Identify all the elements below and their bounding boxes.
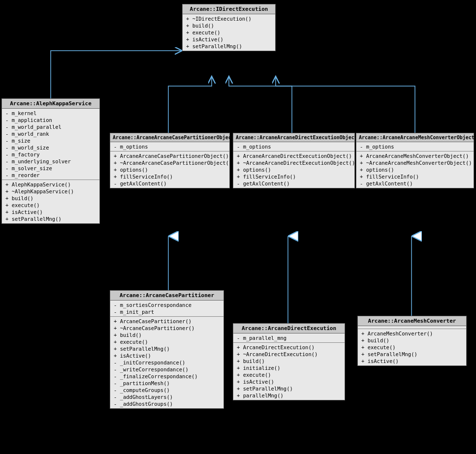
box-arcanecasepo-methods: + ArcaneArcaneCasePartitionerObject() + … bbox=[110, 151, 229, 188]
box-acp-fields: - m_sortiesCorrespondance - m_init_part bbox=[110, 301, 223, 317]
box-idirectexecution-title: Arcane::IDirectExecution bbox=[183, 4, 275, 14]
box-acp-title: Arcane::ArcaneCasePartitioner bbox=[110, 291, 223, 301]
box-amc-title: Arcane::ArcaneMeshConverter bbox=[358, 316, 466, 326]
box-arcanedirecteo-title: Arcane::ArcaneArcaneDirectExecutionObjec… bbox=[233, 133, 354, 142]
box-arcanemeshconverter: Arcane::ArcaneMeshConverter + ArcaneMesh… bbox=[357, 316, 467, 366]
box-arcanemeshco-methods: + ArcaneArcaneMeshConverterObject() + ~A… bbox=[356, 151, 474, 188]
method-isactive: + isActive() bbox=[185, 36, 273, 43]
box-arcanecasepo-fields: - m_options bbox=[110, 142, 229, 151]
box-arcanecasepartitioner: Arcane::ArcaneCasePartitioner - m_sortie… bbox=[110, 290, 224, 409]
box-amc-methods: + ArcaneMeshConverter() + build() + exec… bbox=[358, 329, 466, 365]
box-arcanedirectexecution: Arcane::ArcaneDirectExecution - m_parall… bbox=[233, 323, 345, 400]
box-ade-title: Arcane::ArcaneDirectExecution bbox=[233, 324, 345, 333]
method-execute: + execute() bbox=[185, 29, 273, 36]
box-acp-methods: + ArcaneCasePartitioner() + ~ArcaneCaseP… bbox=[110, 317, 223, 408]
method-destructor: + ~IDirectExecution() bbox=[185, 15, 273, 22]
box-idirectexecution: Arcane::IDirectExecution + ~IDirectExecu… bbox=[182, 4, 276, 51]
box-arcanedirecteo: Arcane::ArcaneArcaneDirectExecutionObjec… bbox=[233, 133, 355, 188]
box-aleph-methods: + AlephKappaService() + ~AlephKappaServi… bbox=[2, 180, 99, 223]
box-arcanemeshco-fields: - m_options bbox=[356, 142, 474, 151]
box-idirectexecution-methods: + ~IDirectExecution() + build() + execut… bbox=[183, 14, 275, 51]
box-arcanemeshco-title: Arcane::ArcaneArcaneMeshConverterObject bbox=[356, 133, 474, 142]
box-ade-fields: - m_parallel_mng bbox=[233, 333, 345, 343]
box-arcanedirecteo-methods: + ArcaneArcaneDirectExecutionObject() + … bbox=[233, 151, 354, 188]
method-setparallelmng: + setParallelMng() bbox=[185, 43, 273, 50]
box-arcanecasepo: Arcane::ArcaneArcaneCasePartitionerObjec… bbox=[110, 133, 230, 188]
box-arcanemeshco: Arcane::ArcaneArcaneMeshConverterObject … bbox=[356, 133, 474, 188]
box-arcanedirecteo-fields: - m_options bbox=[233, 142, 354, 151]
box-ade-methods: + ArcaneDirectExecution() + ~ArcaneDirec… bbox=[233, 343, 345, 400]
box-aleph-fields: - m_kernel - m_application - m_world_par… bbox=[2, 109, 99, 180]
box-alephkappaservice: Arcane::AlephKappaService - m_kernel - m… bbox=[1, 98, 100, 224]
box-arcanecasepo-title: Arcane::ArcaneArcaneCasePartitionerObjec… bbox=[110, 133, 229, 142]
box-aleph-title: Arcane::AlephKappaService bbox=[2, 99, 99, 109]
method-build: + build() bbox=[185, 22, 273, 29]
